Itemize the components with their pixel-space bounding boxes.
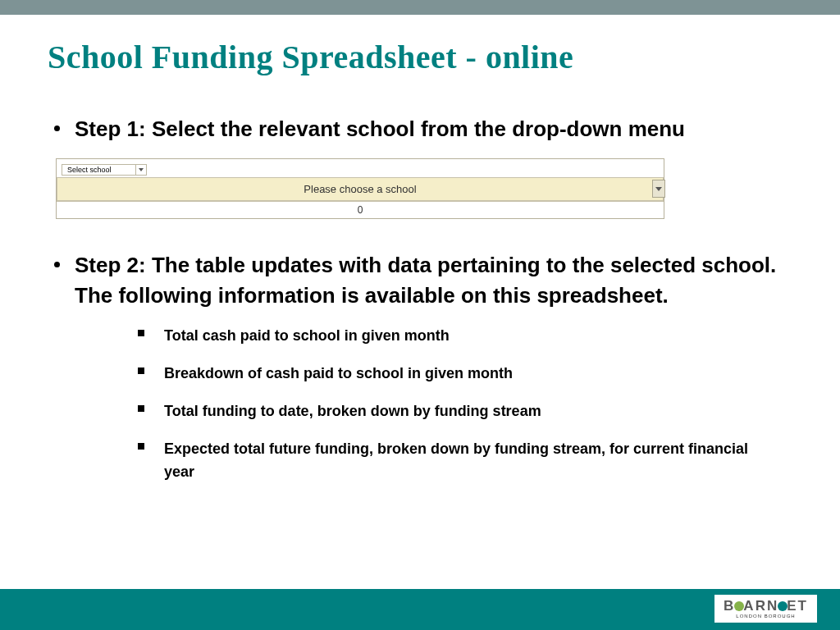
choose-school-prompt: Please choose a school <box>304 183 416 195</box>
square-bullet-icon <box>138 368 144 374</box>
value-row: 0 <box>57 201 664 218</box>
spreadsheet-screenshot: Select school Please choose a school 0 <box>56 158 664 219</box>
slide-body: School Funding Spreadsheet - online Step… <box>0 38 840 612</box>
square-bullet-icon <box>138 330 144 336</box>
list-item: Breakdown of cash paid to school in give… <box>138 363 792 386</box>
row-dropdown-arrow-icon[interactable] <box>652 180 665 198</box>
step-1: Step 1: Select the relevant school from … <box>48 114 792 144</box>
top-band <box>0 0 840 15</box>
logo-wordmark: B A R N E T <box>724 598 808 614</box>
chevron-down-icon[interactable] <box>135 165 146 175</box>
list-item: Total funding to date, broken down by fu… <box>138 400 792 423</box>
bullet-icon <box>54 262 60 267</box>
sub-point-text: Expected total future funding, broken do… <box>164 438 755 484</box>
step-1-text: Step 1: Select the relevant school from … <box>75 114 685 144</box>
list-item: Total cash paid to school in given month <box>138 325 792 348</box>
step-2: Step 2: The table updates with data pert… <box>48 250 792 310</box>
sub-point-list: Total cash paid to school in given month… <box>138 325 792 483</box>
list-item: Expected total future funding, broken do… <box>138 438 792 484</box>
sub-point-text: Total funding to date, broken down by fu… <box>164 400 541 423</box>
square-bullet-icon <box>138 443 144 450</box>
bullet-icon <box>54 126 60 131</box>
sub-point-text: Breakdown of cash paid to school in give… <box>164 363 513 386</box>
choose-school-row: Please choose a school <box>57 177 664 201</box>
slide-title: School Funding Spreadsheet - online <box>48 38 792 76</box>
square-bullet-icon <box>138 405 144 412</box>
school-dropdown-label: Select school <box>67 166 112 174</box>
step-2-text: Step 2: The table updates with data pert… <box>75 250 792 310</box>
footer-band: B A R N E T LONDON BOROUGH <box>0 589 840 630</box>
sub-point-text: Total cash paid to school in given month <box>164 325 450 348</box>
logo-subtitle: LONDON BOROUGH <box>736 614 795 619</box>
barnet-logo: B A R N E T LONDON BOROUGH <box>714 595 817 623</box>
school-dropdown-cell[interactable]: Select school <box>62 164 147 176</box>
